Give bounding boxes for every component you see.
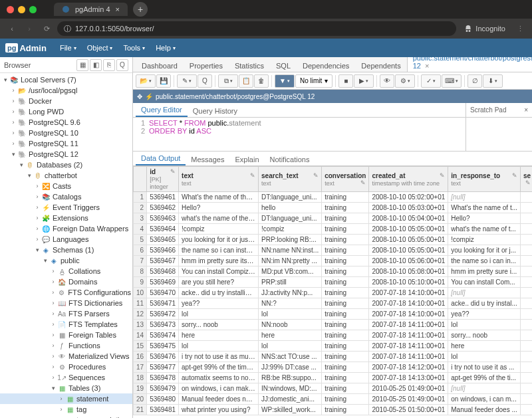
browser-menu-icon[interactable]: ⋮ bbox=[513, 22, 527, 35]
cell[interactable]: lol bbox=[448, 352, 521, 362]
cell[interactable]: you looking for it or j... bbox=[448, 245, 521, 256]
clear-button[interactable]: ∅ bbox=[467, 74, 482, 88]
table-row[interactable]: 105369470acke.. did u try installing fla… bbox=[134, 288, 533, 298]
row-number[interactable]: 8 bbox=[134, 266, 147, 277]
tree-node[interactable]: ›▦Foreign Tables bbox=[0, 330, 132, 340]
result-tab[interactable]: Data Output bbox=[136, 152, 186, 165]
cell[interactable]: NN:? bbox=[259, 298, 322, 309]
cell[interactable]: 5369473 bbox=[147, 320, 179, 330]
tree-node[interactable]: ›1↗Sequences bbox=[0, 372, 132, 383]
tree-node[interactable]: ›📖FTS Dictionaries bbox=[0, 298, 132, 308]
cell[interactable]: 5369463 bbox=[147, 213, 179, 224]
cell[interactable]: training bbox=[322, 341, 369, 352]
expand-icon[interactable]: › bbox=[49, 342, 57, 349]
cell[interactable]: training bbox=[322, 394, 369, 405]
cell[interactable] bbox=[521, 309, 532, 320]
cell[interactable]: 2010-05-25 01:49:00+01 bbox=[369, 383, 448, 394]
sidebar-tool-panel-icon[interactable]: ◧ bbox=[90, 59, 102, 71]
cell[interactable]: 2007-07-18 14:12:00+01 bbox=[369, 362, 448, 373]
cell[interactable]: here bbox=[448, 341, 521, 352]
cell[interactable]: apt-get 99% of the ti... bbox=[448, 373, 521, 383]
table-row[interactable]: 175369477apt-get 99% of the time works t… bbox=[134, 362, 533, 373]
table-row[interactable]: 185369478automatix seems to not support … bbox=[134, 373, 533, 383]
expand-icon[interactable]: › bbox=[9, 98, 17, 104]
cell[interactable]: on windows, i can make my printer ... bbox=[179, 383, 259, 394]
tree-node[interactable]: ›📂/usr/local/pgsql bbox=[0, 85, 132, 96]
table-row[interactable]: 165369476i try not to use it as much as … bbox=[134, 352, 533, 362]
cell[interactable]: 5369471 bbox=[147, 298, 179, 309]
sql-editor[interactable]: 12 SELECT * FROM public.statement ORDER … bbox=[133, 118, 466, 151]
cell[interactable]: 5369475 bbox=[147, 341, 179, 352]
cell[interactable]: training bbox=[322, 373, 369, 383]
cell[interactable]: Manual feeder does not work for me bbox=[179, 394, 259, 405]
cell[interactable] bbox=[521, 192, 532, 203]
main-tab[interactable]: Statistics bbox=[229, 59, 270, 72]
tree-node[interactable]: ▾🐘PostgreSQL 12 bbox=[0, 149, 132, 159]
cell[interactable]: training bbox=[322, 245, 369, 256]
row-number[interactable]: 9 bbox=[134, 277, 147, 288]
cell[interactable]: lol bbox=[179, 341, 259, 352]
cell[interactable]: 5369470 bbox=[147, 288, 179, 298]
expand-icon[interactable]: › bbox=[9, 130, 17, 136]
cell[interactable]: 2008-10-10 05:06:00+01 bbox=[369, 256, 448, 266]
close-window-icon[interactable] bbox=[7, 6, 14, 13]
result-tab[interactable]: Messages bbox=[186, 154, 229, 165]
cell[interactable]: 5369462 bbox=[147, 203, 179, 213]
cell[interactable]: i try not to use it as ... bbox=[448, 362, 521, 373]
cell[interactable]: MD:put VB:com... bbox=[259, 266, 322, 277]
cell[interactable]: are you still here? bbox=[179, 277, 259, 288]
cell[interactable]: 2008-10-10 05:10:00+01 bbox=[369, 277, 448, 288]
column-header[interactable]: search_text✎text bbox=[259, 167, 322, 192]
cell[interactable]: JJ:domestic_ani... bbox=[259, 394, 322, 405]
tree-node[interactable]: ›⚡Event Triggers bbox=[0, 202, 132, 213]
cell[interactable]: acke.. did u try installing flash using.… bbox=[179, 288, 259, 298]
row-number[interactable]: 19 bbox=[134, 383, 147, 394]
expand-icon[interactable]: › bbox=[9, 119, 17, 126]
tree-node[interactable]: ›🔀Casts bbox=[0, 181, 132, 191]
cell[interactable]: 5369477 bbox=[147, 362, 179, 373]
expand-icon[interactable]: › bbox=[57, 406, 65, 413]
cell[interactable]: 5369480 bbox=[147, 394, 179, 405]
row-number[interactable]: 12 bbox=[134, 309, 147, 320]
explain-options-button[interactable]: ⚙ bbox=[395, 74, 415, 88]
browser-tab[interactable]: pgAdmin 4 × bbox=[54, 3, 128, 16]
expand-icon[interactable]: › bbox=[33, 225, 41, 232]
maximize-window-icon[interactable] bbox=[29, 6, 37, 13]
tree-node[interactable]: ›⚙FTS Configurations bbox=[0, 287, 132, 298]
main-tab[interactable]: SQL bbox=[270, 59, 297, 72]
cell[interactable]: sorry... noob bbox=[179, 320, 259, 330]
column-header[interactable]: conversation✎text bbox=[322, 167, 369, 192]
expand-icon[interactable]: › bbox=[49, 278, 57, 285]
tree-node[interactable]: ›ƒFunctions bbox=[0, 340, 132, 351]
tree-node[interactable]: ›📚Catalogs bbox=[0, 191, 132, 202]
cell[interactable]: training bbox=[322, 383, 369, 394]
expand-icon[interactable]: › bbox=[49, 321, 57, 328]
expand-icon[interactable]: › bbox=[49, 268, 57, 274]
table-row[interactable]: 75369467hmm im pretty sure its under add… bbox=[134, 256, 533, 266]
cell[interactable]: 5369476 bbox=[147, 352, 179, 362]
cell[interactable] bbox=[521, 341, 532, 352]
row-number[interactable]: 18 bbox=[134, 373, 147, 383]
table-row[interactable]: 115369471yea??NN:?training2007-07-18 14:… bbox=[134, 298, 533, 309]
table-row[interactable]: 15369461What's the name of that package … bbox=[134, 192, 533, 203]
row-number[interactable]: 4 bbox=[134, 224, 147, 235]
tree-node[interactable]: ›🐘PostgreSQL 9.6 bbox=[0, 117, 132, 128]
cell[interactable]: what printer you using? bbox=[179, 405, 259, 415]
cell[interactable]: training bbox=[322, 298, 369, 309]
menu-tools[interactable]: Tools bbox=[118, 44, 150, 52]
cell[interactable]: You can install Com... bbox=[448, 277, 521, 288]
table-row[interactable]: 35369463what's the name of the compiz ma… bbox=[134, 213, 533, 224]
cell[interactable]: WP:skilled_work... bbox=[259, 405, 322, 415]
filter-button[interactable]: ▼ bbox=[275, 74, 295, 88]
close-tab-icon[interactable]: × bbox=[425, 62, 429, 70]
cell[interactable]: training bbox=[322, 213, 369, 224]
main-tab[interactable]: Dependencies bbox=[297, 59, 355, 72]
cell[interactable]: [null] bbox=[448, 383, 521, 394]
cell[interactable] bbox=[521, 330, 532, 341]
table-row[interactable]: 65369466the name so i can install itNN:n… bbox=[134, 245, 533, 256]
cell[interactable]: training bbox=[322, 352, 369, 362]
expand-icon[interactable]: › bbox=[49, 374, 57, 381]
cell[interactable]: lol bbox=[448, 320, 521, 330]
cell[interactable]: training bbox=[322, 203, 369, 213]
tree-node[interactable]: ›🐘PostgreSQL 10 bbox=[0, 128, 132, 138]
